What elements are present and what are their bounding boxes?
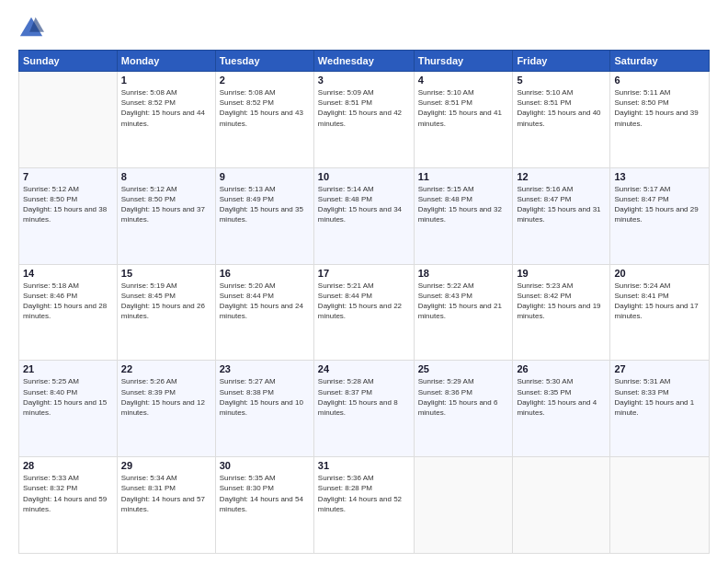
calendar-day-cell: 14Sunrise: 5:18 AMSunset: 8:46 PMDayligh… bbox=[19, 264, 118, 361]
day-number: 20 bbox=[614, 268, 705, 279]
day-number: 24 bbox=[318, 363, 410, 374]
day-info: Sunrise: 5:13 AMSunset: 8:49 PMDaylight:… bbox=[220, 184, 310, 225]
day-info: Sunrise: 5:29 AMSunset: 8:36 PMDaylight:… bbox=[418, 376, 509, 418]
day-number: 15 bbox=[121, 268, 211, 279]
day-info: Sunrise: 5:24 AMSunset: 8:41 PMDaylight:… bbox=[614, 281, 705, 322]
day-info: Sunrise: 5:23 AMSunset: 8:42 PMDaylight:… bbox=[517, 281, 606, 322]
calendar-day-cell: 31Sunrise: 5:36 AMSunset: 8:28 PMDayligh… bbox=[313, 457, 414, 554]
calendar-day-cell: 18Sunrise: 5:22 AMSunset: 8:43 PMDayligh… bbox=[414, 264, 513, 361]
day-info: Sunrise: 5:12 AMSunset: 8:50 PMDaylight:… bbox=[121, 184, 211, 225]
day-number: 1 bbox=[121, 75, 211, 86]
day-number: 23 bbox=[220, 363, 310, 374]
calendar-day-cell: 23Sunrise: 5:27 AMSunset: 8:38 PMDayligh… bbox=[215, 361, 313, 457]
day-number: 18 bbox=[418, 268, 509, 279]
weekday-header: Saturday bbox=[610, 51, 710, 72]
day-info: Sunrise: 5:08 AMSunset: 8:52 PMDaylight:… bbox=[220, 87, 310, 129]
day-number: 4 bbox=[418, 75, 509, 86]
calendar-day-cell: 5Sunrise: 5:10 AMSunset: 8:51 PMDaylight… bbox=[513, 72, 610, 168]
calendar-day-cell: 3Sunrise: 5:09 AMSunset: 8:51 PMDaylight… bbox=[313, 72, 414, 168]
day-info: Sunrise: 5:18 AMSunset: 8:46 PMDaylight:… bbox=[23, 281, 113, 322]
day-info: Sunrise: 5:36 AMSunset: 8:28 PMDaylight:… bbox=[318, 473, 410, 514]
calendar-day-cell: 13Sunrise: 5:17 AMSunset: 8:47 PMDayligh… bbox=[610, 167, 710, 264]
day-number: 28 bbox=[23, 460, 113, 471]
day-number: 22 bbox=[121, 363, 211, 374]
day-info: Sunrise: 5:11 AMSunset: 8:50 PMDaylight:… bbox=[614, 87, 705, 129]
day-number: 7 bbox=[23, 171, 113, 182]
day-info: Sunrise: 5:10 AMSunset: 8:51 PMDaylight:… bbox=[418, 87, 509, 129]
calendar-day-cell: 10Sunrise: 5:14 AMSunset: 8:48 PMDayligh… bbox=[313, 167, 414, 264]
day-number: 14 bbox=[23, 268, 113, 279]
weekday-header: Monday bbox=[117, 51, 215, 72]
day-number: 16 bbox=[220, 268, 310, 279]
calendar-day-cell: 16Sunrise: 5:20 AMSunset: 8:44 PMDayligh… bbox=[215, 264, 313, 361]
day-number: 6 bbox=[614, 75, 705, 86]
day-info: Sunrise: 5:27 AMSunset: 8:38 PMDaylight:… bbox=[220, 376, 310, 418]
calendar-week-row: 21Sunrise: 5:25 AMSunset: 8:40 PMDayligh… bbox=[19, 361, 710, 457]
day-number: 30 bbox=[220, 460, 310, 471]
calendar-day-cell: 17Sunrise: 5:21 AMSunset: 8:44 PMDayligh… bbox=[313, 264, 414, 361]
header bbox=[18, 15, 710, 40]
calendar-day-cell: 27Sunrise: 5:31 AMSunset: 8:33 PMDayligh… bbox=[610, 361, 710, 457]
calendar-day-cell bbox=[414, 457, 513, 554]
day-number: 8 bbox=[121, 171, 211, 182]
day-number: 25 bbox=[418, 363, 509, 374]
day-info: Sunrise: 5:19 AMSunset: 8:45 PMDaylight:… bbox=[121, 281, 211, 322]
day-number: 3 bbox=[318, 75, 410, 86]
day-number: 12 bbox=[517, 171, 606, 182]
day-info: Sunrise: 5:28 AMSunset: 8:37 PMDaylight:… bbox=[318, 376, 410, 418]
calendar-day-cell: 6Sunrise: 5:11 AMSunset: 8:50 PMDaylight… bbox=[610, 72, 710, 168]
day-info: Sunrise: 5:21 AMSunset: 8:44 PMDaylight:… bbox=[318, 281, 410, 322]
logo bbox=[18, 15, 48, 40]
day-number: 19 bbox=[517, 268, 606, 279]
day-info: Sunrise: 5:16 AMSunset: 8:47 PMDaylight:… bbox=[517, 184, 606, 225]
calendar-day-cell: 9Sunrise: 5:13 AMSunset: 8:49 PMDaylight… bbox=[215, 167, 313, 264]
day-number: 21 bbox=[23, 363, 113, 374]
day-number: 10 bbox=[318, 171, 410, 182]
calendar-week-row: 14Sunrise: 5:18 AMSunset: 8:46 PMDayligh… bbox=[19, 264, 710, 361]
calendar-day-cell: 25Sunrise: 5:29 AMSunset: 8:36 PMDayligh… bbox=[414, 361, 513, 457]
calendar-week-row: 1Sunrise: 5:08 AMSunset: 8:52 PMDaylight… bbox=[19, 72, 710, 168]
day-info: Sunrise: 5:12 AMSunset: 8:50 PMDaylight:… bbox=[23, 184, 113, 225]
calendar-day-cell: 20Sunrise: 5:24 AMSunset: 8:41 PMDayligh… bbox=[610, 264, 710, 361]
calendar: SundayMondayTuesdayWednesdayThursdayFrid… bbox=[18, 50, 710, 554]
weekday-header: Wednesday bbox=[313, 51, 414, 72]
day-info: Sunrise: 5:10 AMSunset: 8:51 PMDaylight:… bbox=[517, 87, 606, 129]
day-info: Sunrise: 5:17 AMSunset: 8:47 PMDaylight:… bbox=[614, 184, 705, 225]
calendar-day-cell bbox=[513, 457, 610, 554]
day-info: Sunrise: 5:20 AMSunset: 8:44 PMDaylight:… bbox=[220, 281, 310, 322]
calendar-day-cell bbox=[610, 457, 710, 554]
day-number: 5 bbox=[517, 75, 606, 86]
calendar-day-cell: 2Sunrise: 5:08 AMSunset: 8:52 PMDaylight… bbox=[215, 72, 313, 168]
day-number: 11 bbox=[418, 171, 509, 182]
day-number: 26 bbox=[517, 363, 606, 374]
calendar-day-cell: 26Sunrise: 5:30 AMSunset: 8:35 PMDayligh… bbox=[513, 361, 610, 457]
calendar-week-row: 28Sunrise: 5:33 AMSunset: 8:32 PMDayligh… bbox=[19, 457, 710, 554]
day-number: 13 bbox=[614, 171, 705, 182]
day-info: Sunrise: 5:09 AMSunset: 8:51 PMDaylight:… bbox=[318, 87, 410, 129]
calendar-day-cell: 15Sunrise: 5:19 AMSunset: 8:45 PMDayligh… bbox=[117, 264, 215, 361]
day-info: Sunrise: 5:15 AMSunset: 8:48 PMDaylight:… bbox=[418, 184, 509, 225]
page: SundayMondayTuesdayWednesdayThursdayFrid… bbox=[0, 0, 728, 563]
calendar-day-cell: 29Sunrise: 5:34 AMSunset: 8:31 PMDayligh… bbox=[117, 457, 215, 554]
day-number: 29 bbox=[121, 460, 211, 471]
calendar-day-cell: 28Sunrise: 5:33 AMSunset: 8:32 PMDayligh… bbox=[19, 457, 118, 554]
day-info: Sunrise: 5:35 AMSunset: 8:30 PMDaylight:… bbox=[220, 473, 310, 514]
calendar-day-cell: 24Sunrise: 5:28 AMSunset: 8:37 PMDayligh… bbox=[313, 361, 414, 457]
weekday-header-row: SundayMondayTuesdayWednesdayThursdayFrid… bbox=[19, 51, 710, 72]
calendar-week-row: 7Sunrise: 5:12 AMSunset: 8:50 PMDaylight… bbox=[19, 167, 710, 264]
weekday-header: Sunday bbox=[19, 51, 118, 72]
day-info: Sunrise: 5:26 AMSunset: 8:39 PMDaylight:… bbox=[121, 376, 211, 418]
calendar-day-cell: 21Sunrise: 5:25 AMSunset: 8:40 PMDayligh… bbox=[19, 361, 118, 457]
logo-icon bbox=[18, 15, 44, 40]
weekday-header: Thursday bbox=[414, 51, 513, 72]
day-info: Sunrise: 5:31 AMSunset: 8:33 PMDaylight:… bbox=[614, 376, 705, 418]
day-number: 27 bbox=[614, 363, 705, 374]
day-number: 31 bbox=[318, 460, 410, 471]
day-info: Sunrise: 5:30 AMSunset: 8:35 PMDaylight:… bbox=[517, 376, 606, 418]
calendar-day-cell: 7Sunrise: 5:12 AMSunset: 8:50 PMDaylight… bbox=[19, 167, 118, 264]
day-info: Sunrise: 5:34 AMSunset: 8:31 PMDaylight:… bbox=[121, 473, 211, 514]
calendar-day-cell: 1Sunrise: 5:08 AMSunset: 8:52 PMDaylight… bbox=[117, 72, 215, 168]
calendar-day-cell: 22Sunrise: 5:26 AMSunset: 8:39 PMDayligh… bbox=[117, 361, 215, 457]
calendar-day-cell: 12Sunrise: 5:16 AMSunset: 8:47 PMDayligh… bbox=[513, 167, 610, 264]
day-info: Sunrise: 5:22 AMSunset: 8:43 PMDaylight:… bbox=[418, 281, 509, 322]
